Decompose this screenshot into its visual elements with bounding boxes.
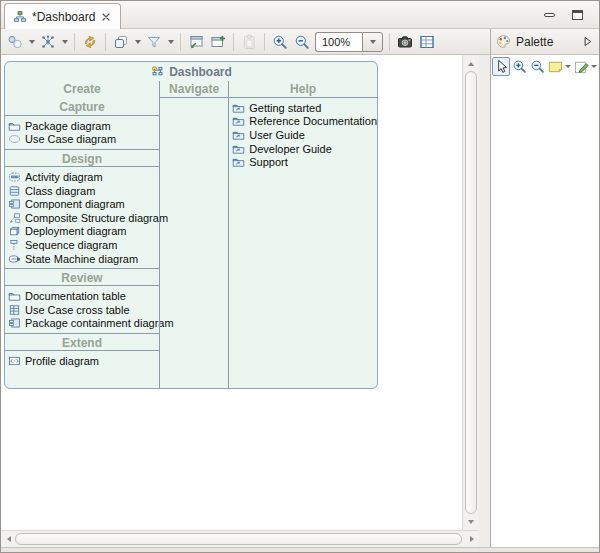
arrange-button[interactable] (37, 31, 59, 53)
dashboard-item[interactable]: Deployment diagram (5, 225, 159, 239)
section-items: Activity diagramClass diagramComponent d… (5, 167, 159, 268)
class-diagram-icon (8, 185, 21, 197)
note-tool-dropdown[interactable] (565, 57, 573, 76)
activity-diagram-icon (8, 171, 21, 183)
clipboard-icon (241, 34, 257, 50)
section-title: Design (5, 149, 159, 167)
use-case-diagram-icon (8, 133, 21, 145)
dashboard-item[interactable]: Composite Structure diagram (5, 211, 159, 225)
zoom-out-button[interactable] (291, 31, 313, 53)
copy-appearance-button[interactable] (110, 31, 132, 53)
dashboard-item[interactable]: Support (229, 155, 377, 169)
palette-icon (496, 34, 511, 49)
dashboard-item[interactable]: Sequence diagram (5, 238, 159, 252)
item-label: Reference Documentation (249, 115, 377, 127)
toolbar-separator (105, 33, 106, 51)
palette-collapse-arrow-icon[interactable] (581, 35, 594, 48)
scroll-up-arrow-icon[interactable] (464, 56, 478, 71)
tab-dashboard[interactable]: *Dashboard (4, 3, 121, 29)
palette-header: Palette (491, 29, 599, 55)
diagram-tab-icon (13, 10, 27, 23)
help-folder-icon (232, 129, 245, 141)
window-arrow-icon (188, 34, 204, 50)
palette-zoom-in-tool[interactable] (510, 57, 528, 76)
dashboard-item[interactable]: Profile diagram (5, 354, 159, 368)
select-tool[interactable] (492, 57, 510, 76)
state-machine-diagram-icon (8, 253, 21, 265)
zoom-level-input[interactable] (315, 32, 362, 52)
help-folder-icon (232, 156, 245, 168)
dashboard-item[interactable]: Class diagram (5, 184, 159, 198)
item-label: Activity diagram (25, 171, 103, 183)
toolbar-separator (233, 33, 234, 51)
dashboard-item[interactable]: Activity diagram (5, 170, 159, 184)
item-label: Use Case cross table (25, 304, 130, 316)
palette-title: Palette (516, 35, 553, 49)
nodes-icon (7, 34, 23, 50)
column-header: Navigate (160, 81, 228, 98)
shape-tool-dropdown[interactable] (590, 57, 598, 76)
dashboard-item[interactable]: Package containment diagram (5, 317, 159, 331)
dashboard-item[interactable]: User Guide (229, 128, 377, 142)
arrange-button-dropdown[interactable] (59, 31, 70, 53)
tab-label: *Dashboard (32, 10, 95, 24)
dashboard-item[interactable]: Getting started (229, 101, 377, 115)
component-diagram-icon (8, 198, 21, 210)
filters-button-dropdown[interactable] (165, 31, 176, 53)
dashboard-item[interactable]: State Machine diagram (5, 252, 159, 266)
note-tool[interactable] (546, 57, 564, 76)
shape-tool[interactable] (572, 57, 590, 76)
section-title: Review (5, 268, 159, 286)
item-label: Developer Guide (249, 143, 332, 155)
filter-icon (146, 34, 162, 50)
toolbar-separator (264, 33, 265, 51)
dashboard-item[interactable]: Documentation table (5, 289, 159, 303)
scroll-left-arrow-icon[interactable] (2, 532, 15, 546)
dashboard-item[interactable]: Developer Guide (229, 142, 377, 156)
dashboard-item[interactable]: Use Case diagram (5, 133, 159, 147)
item-label: Component diagram (25, 198, 125, 210)
diagram-canvas[interactable]: Dashboard CreateCapturePackage diagramUs… (1, 55, 479, 547)
papyrus-window: *Dashboard Palette Dashboard CreateCaptu… (0, 0, 600, 553)
section-items: Package diagramUse Case diagram (5, 116, 159, 149)
horizontal-scrollbar-thumb[interactable] (15, 533, 462, 545)
sequence-diagram-icon (8, 239, 21, 251)
add-node-button[interactable] (4, 31, 26, 53)
help-folder-icon (232, 115, 245, 127)
vertical-scrollbar-thumb[interactable] (465, 71, 477, 514)
horizontal-scrollbar[interactable] (1, 530, 479, 547)
palette-panel: Palette (490, 29, 599, 547)
snapshot-button[interactable] (394, 31, 416, 53)
deployment-diagram-icon (8, 225, 21, 237)
zoom-level-combo (315, 32, 383, 52)
filters-button[interactable] (143, 31, 165, 53)
dashboard-item[interactable]: Package diagram (5, 119, 159, 133)
copy-appearance-button-dropdown[interactable] (132, 31, 143, 53)
zoom-in-button[interactable] (269, 31, 291, 53)
open-diagram-button[interactable] (185, 31, 207, 53)
dashboard-item[interactable]: Use Case cross table (5, 303, 159, 317)
dashboard-item[interactable]: Component diagram (5, 197, 159, 211)
add-node-button-dropdown[interactable] (26, 31, 37, 53)
section-items: Documentation tableUse Case cross tableP… (5, 286, 159, 333)
new-diagram-button[interactable] (207, 31, 229, 53)
item-label: Documentation table (25, 290, 126, 302)
item-label: User Guide (249, 129, 305, 141)
maximize-button[interactable] (572, 10, 583, 20)
column-header: Create (5, 81, 159, 98)
synchronize-button[interactable] (79, 31, 101, 53)
dashboard-widget[interactable]: Dashboard CreateCapturePackage diagramUs… (4, 61, 378, 389)
scroll-right-arrow-icon[interactable] (465, 532, 478, 546)
dashboard-item[interactable]: Reference Documentation (229, 115, 377, 129)
item-label: Use Case diagram (25, 133, 116, 145)
scroll-down-arrow-icon[interactable] (464, 514, 478, 529)
overview-button[interactable] (416, 31, 438, 53)
folder-icon (8, 120, 21, 132)
tab-close-icon[interactable] (100, 11, 112, 23)
palette-zoom-out-tool[interactable] (528, 57, 546, 76)
toolbar (1, 29, 490, 55)
minimize-button[interactable] (544, 13, 555, 17)
zoom-out-icon (530, 59, 545, 74)
vertical-scrollbar[interactable] (462, 55, 479, 530)
zoom-dropdown-button[interactable] (362, 32, 383, 52)
